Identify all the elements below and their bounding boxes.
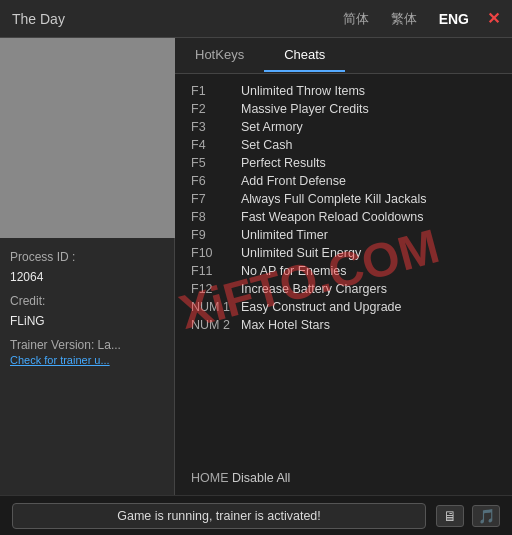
cheat-name: Easy Construct and Upgrade: [241, 300, 402, 314]
title-bar-left: The Day: [12, 11, 65, 27]
cheat-key: F12: [191, 282, 241, 296]
cheat-name: Increase Battery Chargers: [241, 282, 387, 296]
cheat-key: F1: [191, 84, 241, 98]
cheat-key: F4: [191, 138, 241, 152]
credit-label: Credit:: [10, 294, 164, 308]
lang-english[interactable]: ENG: [435, 9, 473, 29]
title-bar: The Day 简体 繁体 ENG ✕: [0, 0, 512, 38]
cheat-item: F1 Unlimited Throw Items: [191, 84, 496, 98]
app-title: The Day: [12, 11, 65, 27]
status-bar: Game is running, trainer is activated! 🖥…: [0, 495, 512, 535]
credit-value: FLiNG: [10, 314, 164, 328]
disable-all-key: HOME: [191, 471, 232, 485]
cheat-name: Massive Player Credits: [241, 102, 369, 116]
cheat-key: F2: [191, 102, 241, 116]
tab-cheats[interactable]: Cheats: [264, 39, 345, 72]
cheat-item: F8 Fast Weapon Reload Cooldowns: [191, 210, 496, 224]
cheat-item: F11 No AP for Enemies: [191, 264, 496, 278]
tab-hotkeys[interactable]: HotKeys: [175, 39, 264, 72]
cheat-item: F3 Set Armory: [191, 120, 496, 134]
cheats-list: F1 Unlimited Throw Items F2 Massive Play…: [175, 74, 512, 462]
tabs-bar: HotKeys Cheats: [175, 38, 512, 74]
cheat-key: F11: [191, 264, 241, 278]
cheat-item: NUM 2 Max Hotel Stars: [191, 318, 496, 332]
cheat-item: F9 Unlimited Timer: [191, 228, 496, 242]
cheat-item: F2 Massive Player Credits: [191, 102, 496, 116]
cheat-name: Unlimited Timer: [241, 228, 328, 242]
check-update-link[interactable]: Check for trainer u...: [10, 354, 164, 366]
cheat-name: Unlimited Throw Items: [241, 84, 365, 98]
disable-all-text: HOME Disable All: [191, 471, 290, 485]
close-button[interactable]: ✕: [487, 9, 500, 28]
cheat-name: Perfect Results: [241, 156, 326, 170]
left-panel: Process ID : 12064 Credit: FLiNG Trainer…: [0, 38, 175, 495]
monitor-icon[interactable]: 🖥: [436, 505, 464, 527]
cheat-name: Add Front Defense: [241, 174, 346, 188]
title-bar-right: 简体 繁体 ENG ✕: [339, 8, 500, 30]
lang-simplified[interactable]: 简体: [339, 8, 373, 30]
cheat-name: Unlimited Suit Energy: [241, 246, 361, 260]
cheat-key: F6: [191, 174, 241, 188]
cheat-key: F7: [191, 192, 241, 206]
cheat-item: NUM 1 Easy Construct and Upgrade: [191, 300, 496, 314]
cheat-item: F12 Increase Battery Chargers: [191, 282, 496, 296]
disable-all-label: Disable All: [232, 471, 290, 485]
music-icon[interactable]: 🎵: [472, 505, 500, 527]
cheat-name: Always Full Complete Kill Jackals: [241, 192, 426, 206]
status-icons: 🖥 🎵: [436, 505, 500, 527]
cheat-item: F6 Add Front Defense: [191, 174, 496, 188]
cheat-item: F5 Perfect Results: [191, 156, 496, 170]
cheat-name: Set Cash: [241, 138, 292, 152]
left-info: Process ID : 12064 Credit: FLiNG Trainer…: [0, 238, 174, 495]
cheat-key: F10: [191, 246, 241, 260]
cheat-key: F5: [191, 156, 241, 170]
cheat-name: Set Armory: [241, 120, 303, 134]
game-image: [0, 38, 175, 238]
cheat-item: F7 Always Full Complete Kill Jackals: [191, 192, 496, 206]
process-id-value: 12064: [10, 270, 164, 284]
cheat-key: NUM 2: [191, 318, 241, 332]
status-message: Game is running, trainer is activated!: [12, 503, 426, 529]
process-id-label: Process ID :: [10, 250, 164, 264]
cheat-item: F10 Unlimited Suit Energy: [191, 246, 496, 260]
trainer-version-label: Trainer Version: La...: [10, 338, 164, 352]
cheat-item: F4 Set Cash: [191, 138, 496, 152]
cheat-key: NUM 1: [191, 300, 241, 314]
disable-all-section: HOME Disable All: [175, 462, 512, 495]
cheat-key: F3: [191, 120, 241, 134]
cheat-name: Fast Weapon Reload Cooldowns: [241, 210, 424, 224]
lang-traditional[interactable]: 繁体: [387, 8, 421, 30]
right-panel: HotKeys Cheats F1 Unlimited Throw Items …: [175, 38, 512, 495]
cheat-name: Max Hotel Stars: [241, 318, 330, 332]
main-layout: Process ID : 12064 Credit: FLiNG Trainer…: [0, 38, 512, 495]
cheat-key: F9: [191, 228, 241, 242]
cheat-key: F8: [191, 210, 241, 224]
cheat-name: No AP for Enemies: [241, 264, 346, 278]
